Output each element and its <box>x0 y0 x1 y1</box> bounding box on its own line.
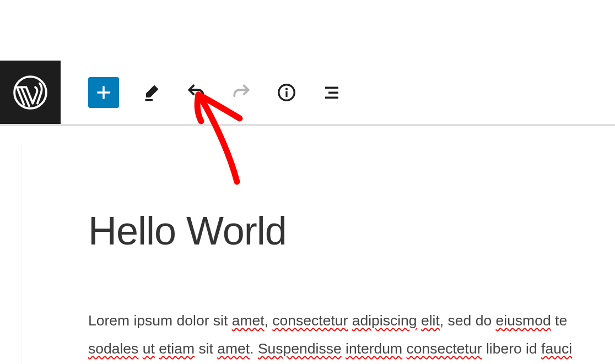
wordpress-icon <box>12 74 48 111</box>
undo-button[interactable] <box>183 79 209 106</box>
editor-toolbar <box>61 61 345 124</box>
spell-error: adipiscing <box>352 312 417 329</box>
outline-button[interactable] <box>319 79 345 106</box>
post-body[interactable]: Lorem ipsum dolor sit amet, consectetur … <box>88 307 615 363</box>
svg-rect-6 <box>328 91 338 94</box>
pencil-icon <box>141 83 161 102</box>
spell-error: etiam <box>159 340 195 357</box>
spell-error: Suspendisse <box>258 340 342 357</box>
svg-rect-7 <box>325 96 338 99</box>
spell-error: amet <box>232 312 265 329</box>
redo-button[interactable] <box>228 79 255 106</box>
plus-icon <box>94 83 114 102</box>
tools-button[interactable] <box>138 79 164 106</box>
spell-error: fauci <box>541 340 572 357</box>
details-button[interactable] <box>273 79 300 106</box>
post-title[interactable]: Hello World <box>88 209 615 253</box>
redo-icon <box>231 82 252 103</box>
spell-error: consectetur <box>272 312 348 329</box>
outline-icon <box>322 83 342 102</box>
wordpress-logo-button[interactable] <box>0 61 61 124</box>
header-divider <box>0 124 615 126</box>
svg-rect-1 <box>145 99 153 101</box>
spell-error: ut <box>143 340 155 357</box>
add-block-button[interactable] <box>88 77 119 108</box>
svg-point-3 <box>285 88 288 90</box>
editor-header <box>0 61 615 124</box>
svg-rect-4 <box>285 91 287 97</box>
spell-error: consectetur <box>407 340 482 357</box>
spell-error: elit <box>421 312 440 329</box>
spell-error: sodales <box>88 340 138 357</box>
spell-error: eiusmod <box>496 312 551 329</box>
editor-canvas[interactable]: Hello World Lorem ipsum dolor sit amet, … <box>22 144 615 364</box>
undo-icon <box>186 82 207 103</box>
spell-error: amet <box>217 340 250 357</box>
info-icon <box>277 83 296 102</box>
svg-rect-5 <box>325 86 338 89</box>
spell-error: interdum <box>346 340 402 357</box>
